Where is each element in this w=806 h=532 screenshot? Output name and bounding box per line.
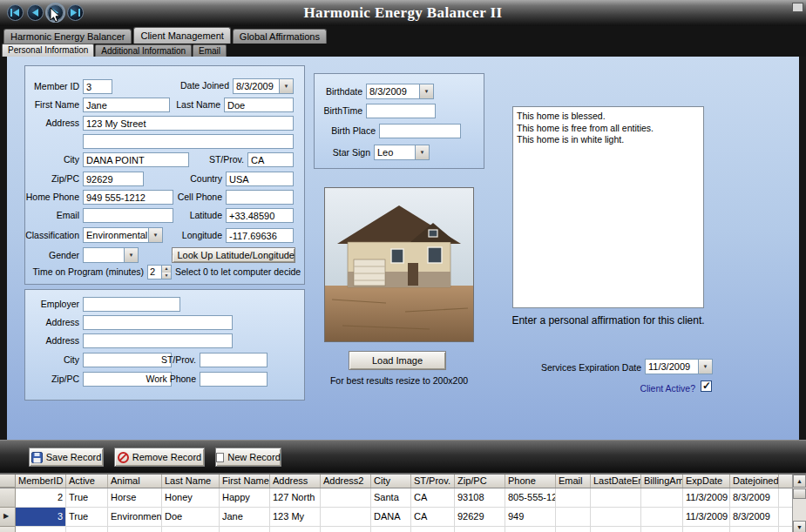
chevron-down-icon[interactable] (698, 360, 712, 374)
member-id-field[interactable] (83, 79, 112, 94)
tab-personal-information[interactable]: Personal Information (2, 44, 94, 57)
birth-place-field[interactable] (379, 124, 461, 138)
client-active-checkbox[interactable] (701, 380, 712, 392)
grid-cell[interactable] (270, 527, 321, 532)
grid-cell[interactable]: Santa (371, 488, 411, 508)
grid-column-header[interactable]: Active (66, 475, 108, 488)
grid-cell[interactable]: Honey (162, 488, 220, 508)
grid-column-header[interactable]: Animal (108, 475, 162, 488)
grid-select-all[interactable] (0, 475, 16, 488)
chevron-down-icon[interactable] (419, 84, 433, 98)
employer-address1-field[interactable] (83, 315, 233, 330)
grid-column-header[interactable]: City (371, 475, 411, 488)
gender-combo[interactable] (83, 247, 139, 263)
grid-cell[interactable]: Doe (162, 508, 220, 527)
grid-column-header[interactable]: ST/Prov. (411, 475, 455, 488)
grid-cell[interactable]: 11/3/2009 (683, 508, 730, 527)
star-sign-combo[interactable]: Leo (374, 145, 430, 160)
grid-column-header[interactable]: Zip/PC (455, 475, 505, 488)
services-expiration-combo[interactable]: 11/3/2009 (645, 359, 713, 374)
zip-field[interactable] (83, 172, 144, 186)
employer-st-prov-field[interactable] (200, 353, 268, 367)
grid-column-header[interactable]: First Name (220, 475, 270, 488)
last-record-button[interactable] (67, 4, 84, 21)
longitude-field[interactable] (226, 228, 294, 243)
grid-cell[interactable]: 8/3/2009 (730, 508, 779, 527)
grid-cell[interactable] (16, 527, 66, 532)
grid-cell[interactable]: 3 (16, 508, 66, 527)
grid-cell[interactable]: DANA (371, 508, 411, 527)
date-joined-combo[interactable]: 8/3/2009 (233, 78, 294, 94)
country-field[interactable] (226, 172, 294, 186)
stepper-down-icon[interactable]: ▼ (162, 273, 171, 279)
previous-record-button[interactable] (27, 4, 44, 21)
grid-cell[interactable] (321, 488, 371, 508)
grid-cell[interactable] (162, 527, 220, 532)
grid-row-selector[interactable] (0, 527, 16, 532)
grid-cell[interactable]: True (66, 488, 108, 508)
window-control-button[interactable] (792, 3, 803, 12)
scrollbar-thumb[interactable] (793, 488, 806, 499)
address-field[interactable] (83, 116, 294, 131)
grid-cell[interactable] (556, 488, 591, 508)
grid-cell[interactable]: 127 North (270, 488, 321, 508)
grid-column-header[interactable]: ExpDate (683, 475, 730, 488)
st-prov-field[interactable] (247, 152, 294, 167)
grid-cell[interactable]: True (66, 508, 108, 527)
grid-cell[interactable] (556, 527, 591, 532)
remove-record-button[interactable]: Remove Record (114, 448, 205, 467)
stepper-up-icon[interactable]: ▲ (162, 266, 171, 273)
grid-cell[interactable] (321, 508, 371, 527)
scroll-up-icon[interactable]: ▲ (793, 475, 806, 488)
cell-phone-field[interactable] (226, 190, 294, 205)
grid-cell[interactable]: 11/3/2009 (683, 488, 730, 508)
new-record-button[interactable]: New Record (215, 448, 281, 467)
grid-cell[interactable] (591, 527, 641, 532)
chevron-down-icon[interactable] (415, 145, 429, 159)
grid-column-header[interactable]: Address2 (321, 475, 371, 488)
grid-column-header[interactable]: Last Name (162, 475, 220, 488)
grid-cell[interactable]: CA (411, 508, 455, 527)
grid-cell[interactable]: 949 (505, 508, 556, 527)
classification-combo[interactable]: Environmental (83, 227, 163, 243)
tab-global-affirmations[interactable]: Global Affirmations (233, 29, 327, 44)
grid-column-header[interactable]: Datejoined (730, 475, 779, 488)
grid-cell[interactable] (641, 527, 683, 532)
grid-column-header[interactable]: Email (556, 475, 591, 488)
grid-column-header[interactable]: Address (270, 475, 321, 488)
grid-vertical-scrollbar[interactable]: ▲ ▼ (792, 475, 806, 532)
grid-cell[interactable] (108, 527, 162, 532)
chevron-down-icon[interactable] (124, 248, 138, 262)
load-image-button[interactable]: Load Image (349, 351, 446, 370)
grid-cell[interactable] (505, 527, 556, 532)
grid-cell[interactable] (66, 527, 108, 532)
grid-cell[interactable]: Environmen (108, 508, 162, 527)
last-name-field[interactable] (224, 98, 294, 112)
save-record-button[interactable]: Save Record (29, 448, 104, 467)
chevron-down-icon[interactable] (279, 79, 293, 93)
grid-cell[interactable]: CA (411, 488, 455, 508)
grid-column-header[interactable]: MemberID (16, 475, 66, 488)
grid-cell[interactable] (321, 527, 371, 532)
grid-column-header[interactable]: LastDateEm (591, 475, 641, 488)
grid-cell[interactable] (591, 508, 641, 527)
employer-address2-field[interactable] (83, 333, 233, 348)
birthdate-combo[interactable]: 8/3/2009 (366, 84, 434, 99)
tab-harmonic-energy-balancer[interactable]: Harmonic Energy Balancer (3, 29, 132, 44)
grid-cell[interactable]: 92629 (455, 508, 505, 527)
grid-cell[interactable] (220, 527, 270, 532)
grid-cell[interactable]: Jane (220, 508, 270, 527)
grid-cell[interactable]: Happy (220, 488, 270, 508)
address2-field[interactable] (83, 134, 294, 149)
next-record-button[interactable] (47, 4, 64, 21)
tab-client-management[interactable]: Client Management (133, 27, 230, 44)
grid-cell[interactable]: 8/3/2009 (730, 488, 779, 508)
grid-column-header[interactable]: BillingAmt (641, 475, 683, 488)
grid-cell[interactable]: 123 My (270, 508, 321, 527)
scroll-down-icon[interactable]: ▼ (793, 521, 806, 532)
grid-cell[interactable]: 93108 (455, 488, 505, 508)
affirmation-textarea[interactable]: This home is blessed. This home is free … (512, 106, 704, 308)
work-phone-field[interactable] (200, 372, 268, 387)
grid-cell[interactable] (683, 527, 730, 532)
grid-cell[interactable]: Horse (108, 488, 162, 508)
